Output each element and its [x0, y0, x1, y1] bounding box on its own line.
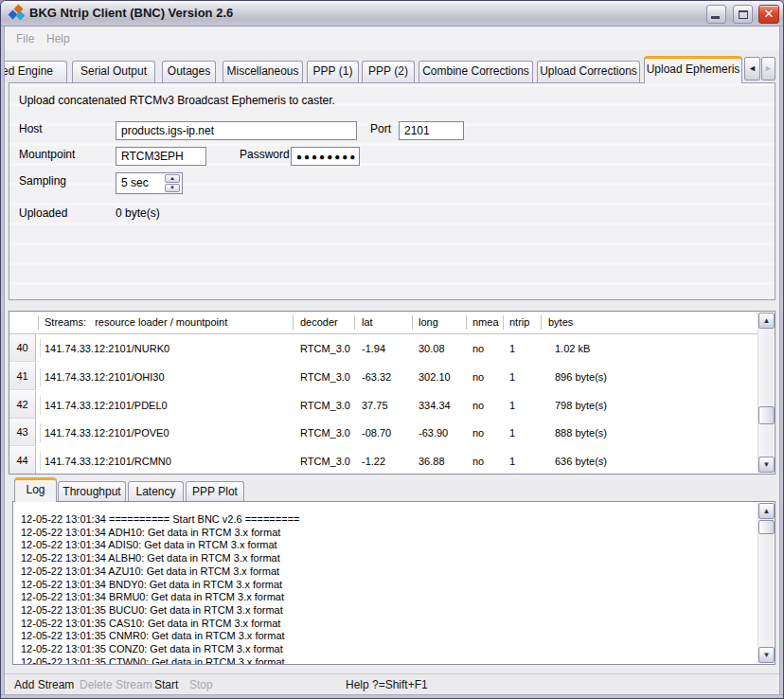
tab-scroll-right-button[interactable]: ► — [761, 57, 775, 81]
table-row[interactable]: 40 141.74.33.12:2101/NURK0 RTCM_3.0 -1.9… — [9, 334, 775, 363]
scrollbar-thumb[interactable] — [758, 406, 775, 424]
sampling-spinbox[interactable]: 5 sec ▲ ▼ — [116, 172, 183, 194]
log-line: 12-05-22 13:01:34 AZU10: Get data in RTC… — [21, 565, 754, 579]
window-controls: ✕ — [704, 5, 779, 24]
cell-mountpoint: 141.74.33.12:2101/RCMN0 — [45, 447, 171, 475]
cell-mountpoint: 141.74.33.12:2101/PDEL0 — [45, 391, 168, 420]
scroll-up-button[interactable]: ▲ — [758, 313, 775, 329]
window-frame-left — [1, 27, 5, 698]
cell-long: -63.90 — [419, 419, 448, 447]
scroll-down-button[interactable]: ▼ — [758, 647, 775, 663]
scrollbar-thumb[interactable] — [758, 520, 775, 534]
host-input[interactable]: products.igs-ip.net — [116, 121, 357, 140]
menu-bar: File Help — [5, 27, 781, 50]
stop-button[interactable]: Stop — [189, 674, 213, 696]
log-line: 12-05-22 13:01:34 BNDY0: Get data in RTC… — [21, 579, 754, 592]
tab-latency[interactable]: Latency — [128, 481, 184, 502]
port-label: Port — [370, 119, 391, 138]
menu-file[interactable]: File — [16, 27, 34, 50]
table-row[interactable]: 44 141.74.33.12:2101/RCMN0 RTCM_3.0 -1.2… — [9, 447, 775, 475]
window-frame-bottom — [1, 694, 783, 698]
tab-outages[interactable]: Outages — [162, 61, 216, 82]
column-separator — [38, 315, 39, 330]
host-label: Host — [19, 119, 43, 138]
table-row[interactable]: 43 141.74.33.12:2101/POVE0 RTCM_3.0 -08.… — [9, 419, 775, 447]
header-nmea[interactable]: nmea — [472, 312, 499, 333]
header-ntrip[interactable]: ntrip — [509, 312, 529, 333]
mountpoint-label: Mountpoint — [19, 145, 75, 164]
cell-nmea: no — [472, 363, 484, 391]
tab-miscellaneous[interactable]: Miscellaneous — [223, 61, 303, 82]
streams-scrollbar[interactable]: ▲ ▼ — [757, 313, 774, 473]
scroll-down-button[interactable]: ▼ — [758, 457, 775, 473]
tab-serial-output[interactable]: Serial Output — [72, 61, 155, 82]
cell-bytes: 636 byte(s) — [555, 447, 607, 475]
menu-help[interactable]: Help — [46, 27, 70, 50]
streams-table-header: Streams: resource loader / mountpoint de… — [9, 312, 775, 334]
cell-bytes: 896 byte(s) — [555, 363, 607, 391]
row-number: 41 — [9, 363, 36, 390]
arrow-down-icon: ▼ — [763, 651, 771, 659]
tab-log[interactable]: Log — [14, 477, 57, 502]
table-row[interactable]: 42 141.74.33.12:2101/PDEL0 RTCM_3.0 37.7… — [9, 391, 775, 420]
row-number: 44 — [9, 447, 36, 475]
close-button[interactable]: ✕ — [758, 5, 779, 24]
close-icon: ✕ — [764, 7, 775, 21]
tab-ppp-plot[interactable]: PPP Plot — [186, 481, 244, 502]
header-decoder[interactable]: decoder — [300, 312, 338, 333]
tab-combine-corrections[interactable]: Combine Corrections — [419, 61, 533, 82]
panel-description: Upload concatenated RTCMv3 Broadcast Eph… — [19, 94, 335, 107]
window-title: BKG Ntrip Client (BNC) Version 2.6 — [29, 1, 233, 26]
cell-nmea: no — [472, 391, 484, 420]
minimize-button[interactable] — [706, 5, 726, 24]
log-output[interactable]: 12-05-22 13:01:34 ========== Start BNC v… — [12, 501, 775, 665]
cell-decoder: RTCM_3.0 — [300, 363, 350, 391]
spin-down-button[interactable]: ▼ — [165, 184, 180, 192]
header-long[interactable]: long — [419, 312, 438, 333]
cell-bytes: 888 byte(s) — [555, 419, 607, 447]
tab-upload-ephemeris[interactable]: Upload Ephemeris — [644, 56, 742, 83]
log-line: 12-05-22 13:01:35 BUCU0: Get data in RTC… — [21, 604, 754, 618]
scroll-up-button[interactable]: ▲ — [758, 503, 775, 519]
tab-feed-engine[interactable]: ed Engine — [5, 61, 67, 82]
spin-up-icon: ▲ — [169, 175, 175, 181]
header-lat[interactable]: lat — [362, 312, 373, 333]
column-separator — [412, 315, 413, 330]
header-streams[interactable]: Streams: resource loader / mountpoint — [45, 312, 227, 333]
title-bar[interactable]: BKG Ntrip Client (BNC) Version 2.6 ✕ — [1, 1, 784, 27]
maximize-button[interactable] — [733, 5, 753, 24]
tab-upload-corrections[interactable]: Upload Corrections — [537, 61, 640, 82]
sampling-spin-buttons: ▲ ▼ — [165, 174, 180, 192]
table-row[interactable]: 41 141.74.33.12:2101/OHI30 RTCM_3.0 -63.… — [9, 363, 775, 391]
sampling-value: 5 sec — [121, 173, 149, 193]
port-input[interactable]: 2101 — [399, 121, 464, 140]
arrow-up-icon: ▲ — [763, 507, 771, 515]
arrow-right-icon: ► — [764, 63, 773, 73]
tab-ppp-1[interactable]: PPP (1) — [307, 61, 359, 82]
log-line: 12-05-22 13:01:34 ADH10: Get data in RTC… — [21, 527, 754, 540]
cell-long: 30.08 — [419, 334, 445, 363]
column-separator — [541, 315, 542, 330]
maximize-icon — [739, 10, 748, 19]
spin-up-button[interactable]: ▲ — [165, 174, 180, 183]
cell-nmea: no — [472, 419, 484, 447]
column-separator — [503, 315, 504, 330]
arrow-down-icon: ▼ — [763, 460, 771, 469]
cell-long: 334.34 — [419, 391, 451, 420]
log-scrollbar[interactable]: ▲ ▼ — [757, 503, 774, 663]
add-stream-button[interactable]: Add Stream — [14, 674, 74, 696]
delete-stream-button[interactable]: Delete Stream — [80, 674, 152, 696]
tab-ppp-2[interactable]: PPP (2) — [362, 61, 415, 82]
uploaded-value: 0 byte(s) — [116, 204, 160, 223]
cell-decoder: RTCM_3.0 — [300, 391, 350, 420]
cell-decoder: RTCM_3.0 — [300, 334, 350, 363]
log-line: 12-05-22 13:01:34 ALBH0: Get data in RTC… — [21, 552, 754, 565]
tab-throughput[interactable]: Throughput — [58, 481, 126, 502]
header-bytes[interactable]: bytes — [548, 312, 573, 333]
password-input[interactable]: ●●●●●●●● — [291, 147, 360, 166]
start-button[interactable]: Start — [154, 674, 178, 696]
mountpoint-input[interactable]: RTCM3EPH — [116, 147, 206, 166]
help-button[interactable]: Help ?=Shift+F1 — [346, 674, 428, 696]
cell-lat: 37.75 — [362, 391, 388, 420]
tab-scroll-left-button[interactable]: ◄ — [744, 57, 760, 81]
